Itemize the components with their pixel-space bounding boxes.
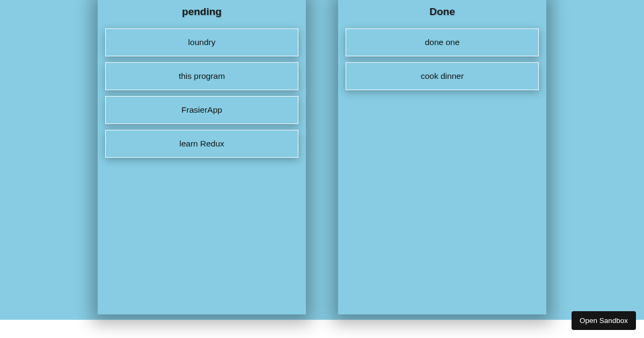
- column-pending[interactable]: pending loundry this program FrasierApp …: [98, 0, 306, 314]
- card[interactable]: loundry: [105, 28, 298, 56]
- card-label: this program: [179, 71, 225, 81]
- open-sandbox-button[interactable]: Open Sandbox: [572, 311, 636, 330]
- card[interactable]: cook dinner: [346, 62, 539, 90]
- column-title: pending: [182, 6, 222, 18]
- card-label: cook dinner: [421, 71, 464, 81]
- card-label: loundry: [188, 38, 216, 47]
- card[interactable]: this program: [105, 62, 298, 90]
- card[interactable]: FrasierApp: [105, 96, 298, 124]
- open-sandbox-label: Open Sandbox: [580, 317, 628, 325]
- card-label: done one: [425, 38, 460, 47]
- column-done[interactable]: Done done one cook dinner: [338, 0, 546, 314]
- card[interactable]: learn Redux: [105, 130, 298, 158]
- card-label: FrasierApp: [181, 105, 222, 115]
- card-label: learn Redux: [179, 139, 224, 149]
- card[interactable]: done one: [346, 28, 539, 56]
- board: pending loundry this program FrasierApp …: [0, 0, 644, 314]
- column-title: Done: [429, 6, 455, 18]
